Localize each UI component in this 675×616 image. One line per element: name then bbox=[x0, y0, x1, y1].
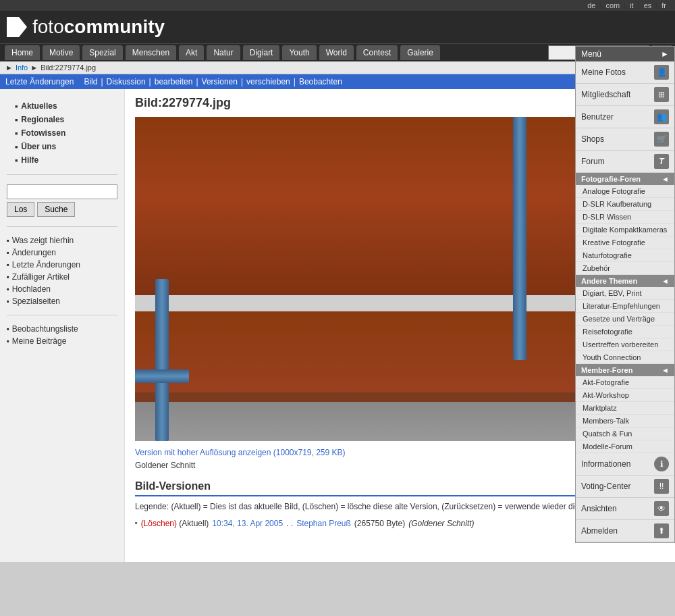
submenu-analoge[interactable]: Analoge Fotografie bbox=[576, 185, 674, 198]
lang-bar: de | com | it | es | fr bbox=[0, 0, 675, 11]
sidebar-bottom-links: Beobachtungsliste Meine Beiträge bbox=[0, 319, 124, 351]
menu-item-ansichten[interactable]: Ansichten 👁 bbox=[576, 498, 674, 520]
submenu-quatsch[interactable]: Quatsch & Fun bbox=[576, 428, 674, 440]
nav-world[interactable]: World bbox=[319, 45, 354, 60]
main-layout: Aktuelles Regionales Fotowissen Über uns… bbox=[0, 89, 675, 562]
nav-digiart[interactable]: Digiart bbox=[243, 45, 280, 60]
submenu-arrow-andere: ◄ bbox=[662, 277, 669, 285]
lang-it[interactable]: it bbox=[630, 1, 634, 9]
submenu-youth-connection[interactable]: Youth Connection bbox=[576, 351, 674, 364]
menu-item-shops[interactable]: Shops 🛒 bbox=[576, 128, 674, 151]
submenu-digital-kompakt[interactable]: Digitale Kompaktkameras bbox=[576, 224, 674, 236]
lang-com[interactable]: com bbox=[605, 1, 620, 9]
sidebar-item-aktuelles[interactable]: Aktuelles bbox=[7, 99, 117, 113]
submenu-label-fotografie: Fotografie-Foren bbox=[581, 175, 641, 183]
menu-item-meine-fotos[interactable]: Meine Fotos 👤 bbox=[576, 61, 674, 84]
submenu-naturfoto[interactable]: Naturfotografie bbox=[576, 249, 674, 262]
lang-es[interactable]: es bbox=[644, 1, 652, 9]
submenu-dslr-wissen[interactable]: D-SLR Wissen bbox=[576, 211, 674, 224]
menu-label-informationen: Informationen bbox=[581, 459, 630, 469]
menu-header-label: Menü bbox=[581, 49, 601, 59]
nav-contest[interactable]: Contest bbox=[356, 45, 398, 60]
sidebar-link-hochladen[interactable]: Hochladen bbox=[7, 283, 117, 295]
submenu-digiart[interactable]: Digiart, EBV, Print bbox=[576, 287, 674, 300]
submenu-akt-workshop[interactable]: Akt-Workshop bbox=[576, 389, 674, 402]
sidebar-item-hilfe[interactable]: Hilfe bbox=[7, 153, 117, 167]
submenu-arrow-member: ◄ bbox=[662, 366, 669, 374]
menu-label-abmelden: Abmelden bbox=[581, 526, 618, 536]
menu-item-benutzer[interactable]: Benutzer 👥 bbox=[576, 106, 674, 128]
submenu-marktplatz[interactable]: Marktplatz bbox=[576, 402, 674, 415]
nav-menschen[interactable]: Menschen bbox=[126, 45, 176, 60]
sidebar-divider-1 bbox=[7, 174, 117, 175]
submenu-gesetze[interactable]: Gesetze und Verträge bbox=[576, 313, 674, 326]
sidebar-link-zufall[interactable]: Zufälliger Artikel bbox=[7, 271, 117, 283]
menu-item-voting[interactable]: Voting-Center !! bbox=[576, 476, 674, 498]
sidebar-los-button[interactable]: Los bbox=[7, 202, 34, 217]
sidebar-link-was-zeigt[interactable]: Was zeigt hierhin bbox=[7, 234, 117, 247]
menu-item-abmelden[interactable]: Abmelden ⬆ bbox=[576, 520, 674, 542]
submenu-akt-foto[interactable]: Akt-Fotografie bbox=[576, 376, 674, 389]
sidebar-item-ueber-uns[interactable]: Über uns bbox=[7, 140, 117, 153]
lang-fr[interactable]: fr bbox=[662, 1, 666, 9]
submenu-usertreffen[interactable]: Usertreffen vorbereiten bbox=[576, 338, 674, 351]
menu-item-mitgliedschaft[interactable]: Mitgliedschaft ⊞ bbox=[576, 84, 674, 106]
version-desc: (Goldener Schnitt) bbox=[408, 519, 474, 528]
tab-verschieben[interactable]: verschieben bbox=[246, 77, 290, 86]
sidebar-link-aenderungen[interactable]: Änderungen bbox=[7, 247, 117, 259]
sidebar-divider-2 bbox=[7, 226, 117, 227]
tab-beobachten[interactable]: Beobachten bbox=[299, 77, 342, 86]
submenu-modelle[interactable]: Modelle-Forum bbox=[576, 440, 674, 453]
tab-diskussion[interactable]: Diskussion bbox=[107, 77, 146, 86]
sidebar-link-meine-beitraege[interactable]: Meine Beiträge bbox=[7, 335, 117, 347]
tab-versionen[interactable]: Versionen bbox=[202, 77, 238, 86]
submenu-zubehoer[interactable]: Zubehör bbox=[576, 262, 674, 275]
version-delete-link[interactable]: (Löschen) bbox=[141, 519, 177, 528]
submenu-section-fotografie[interactable]: Fotografie-Foren ◄ bbox=[576, 173, 674, 185]
submenu-section-member[interactable]: Member-Foren ◄ bbox=[576, 364, 674, 376]
lang-de[interactable]: de bbox=[587, 1, 595, 9]
logo: fotocommunity bbox=[7, 16, 165, 38]
submenu-section-andere[interactable]: Andere Themen ◄ bbox=[576, 275, 674, 287]
version-size: (265750 Byte) bbox=[354, 519, 405, 528]
tab-bild[interactable]: Bild bbox=[84, 77, 97, 86]
menu-item-informationen[interactable]: Informationen ℹ bbox=[576, 453, 674, 476]
sidebar-search-buttons: Los Suche bbox=[7, 202, 117, 217]
submenu-dslr-kauf[interactable]: D-SLR Kaufberatung bbox=[576, 198, 674, 211]
version-actions: (Löschen) (Aktuell) bbox=[141, 519, 209, 528]
nav-home[interactable]: Home bbox=[5, 45, 40, 60]
sidebar-item-regionales[interactable]: Regionales bbox=[7, 113, 117, 126]
breadcrumb-info[interactable]: Info bbox=[16, 63, 28, 72]
nav-galerie[interactable]: Galerie bbox=[400, 45, 440, 60]
menu-label-mitgliedschaft: Mitgliedschaft bbox=[581, 90, 630, 99]
submenu-members-talk[interactable]: Members-Talk bbox=[576, 415, 674, 428]
sidebar-link-letzte-aenderungen[interactable]: Letzte Änderungen bbox=[7, 259, 117, 271]
submenu-reise[interactable]: Reisefotografie bbox=[576, 326, 674, 338]
submenu-literatur[interactable]: Literatur-Empfehlungen bbox=[576, 300, 674, 313]
nav-spezial[interactable]: Spezial bbox=[82, 45, 122, 60]
menu-icon-informationen: ℹ bbox=[654, 457, 669, 471]
sidebar-link-beobachtungsliste[interactable]: Beobachtungsliste bbox=[7, 323, 117, 335]
sidebar: Aktuelles Regionales Fotowissen Über uns… bbox=[0, 89, 125, 562]
sidebar-search-input[interactable] bbox=[7, 184, 117, 199]
nav-youth[interactable]: Youth bbox=[282, 45, 316, 60]
tab-bearbeiten[interactable]: bearbeiten bbox=[155, 77, 193, 86]
version-user-link[interactable]: Stephan Preuß bbox=[296, 519, 351, 528]
menu-icon-benutzer: 👥 bbox=[654, 109, 669, 124]
submenu-kreativ[interactable]: Kreative Fotografie bbox=[576, 236, 674, 249]
nav-akt[interactable]: Akt bbox=[179, 45, 204, 60]
sidebar-item-fotowissen[interactable]: Fotowissen bbox=[7, 126, 117, 140]
menu-icon-mitgliedschaft: ⊞ bbox=[654, 87, 669, 102]
photo-image bbox=[135, 117, 621, 441]
sidebar-link-spezialseiten[interactable]: Spezialseiten bbox=[7, 295, 117, 307]
nav-motive[interactable]: Motive bbox=[43, 45, 80, 60]
nav-natur[interactable]: Natur bbox=[207, 45, 240, 60]
tab-bar-title: Letzte Änderungen bbox=[5, 77, 74, 86]
menu-item-forum[interactable]: Forum T bbox=[576, 151, 674, 173]
high-res-link[interactable]: Version mit hoher Auflösung anzeigen (10… bbox=[135, 448, 346, 457]
sidebar-suche-button[interactable]: Suche bbox=[37, 202, 75, 217]
sidebar-nav-section: Aktuelles Regionales Fotowissen Über uns… bbox=[0, 96, 124, 170]
menu-icon-ansichten: 👁 bbox=[654, 501, 669, 516]
menu-icon-meine-fotos: 👤 bbox=[654, 65, 669, 80]
menu-header[interactable]: Menü ► bbox=[576, 47, 674, 61]
